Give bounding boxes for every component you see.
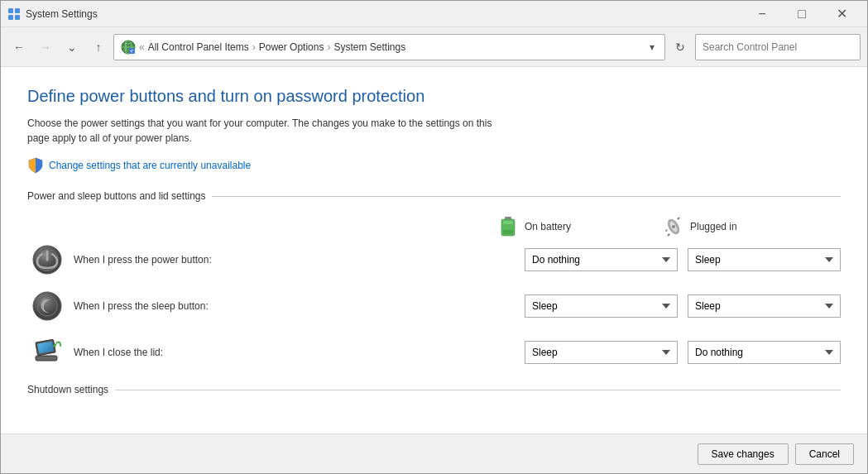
content-area: Define power buttons and turn on passwor… bbox=[1, 67, 867, 433]
plugged-column-header: Plugged in bbox=[662, 215, 827, 238]
maximize-button[interactable]: □ bbox=[783, 2, 821, 26]
plugged-column-label: Plugged in bbox=[690, 221, 737, 232]
power-button-icon bbox=[32, 245, 62, 275]
breadcrumb-1[interactable]: All Control Panel Items bbox=[148, 41, 249, 53]
power-icon-wrapper bbox=[27, 245, 67, 275]
footer: Save changes Cancel bbox=[1, 433, 867, 473]
svg-point-16 bbox=[672, 225, 675, 228]
svg-rect-3 bbox=[15, 15, 20, 20]
path-separator-2: › bbox=[252, 41, 256, 53]
control-panel-icon bbox=[121, 40, 136, 55]
breadcrumb-2[interactable]: Power Options bbox=[259, 41, 324, 53]
svg-rect-13 bbox=[503, 221, 513, 224]
change-settings-link[interactable]: Change settings that are currently unava… bbox=[27, 157, 841, 174]
path-separator-3: › bbox=[327, 41, 330, 53]
description: Choose the power settings that you want … bbox=[27, 116, 623, 146]
path-separator-1: « bbox=[139, 41, 145, 53]
description-line-2: page apply to all of your power plans. bbox=[27, 132, 192, 144]
power-button-dropdowns: Do nothing Sleep Hibernate Shut down Tur… bbox=[525, 248, 841, 271]
settings-table: When I press the power button: Do nothin… bbox=[27, 245, 841, 367]
sleep-button-plugged-dropdown[interactable]: Do nothing Sleep Hibernate Shut down bbox=[688, 294, 841, 318]
shutdown-section-header: Shutdown settings bbox=[27, 384, 841, 395]
svg-rect-2 bbox=[8, 15, 13, 20]
power-sleep-label: Power and sleep buttons and lid settings bbox=[27, 190, 205, 202]
cancel-button[interactable]: Cancel bbox=[795, 443, 854, 465]
change-settings-text: Change settings that are currently unava… bbox=[49, 160, 251, 171]
power-button-plugged-dropdown[interactable]: Do nothing Sleep Hibernate Shut down Tur… bbox=[688, 248, 841, 271]
search-input[interactable] bbox=[703, 41, 853, 53]
svg-rect-10 bbox=[505, 217, 511, 219]
sleep-button-label: When I press the sleep button: bbox=[67, 300, 525, 312]
title-bar: System Settings − □ ✕ bbox=[1, 1, 867, 27]
lid-plugged-dropdown[interactable]: Do nothing Sleep Hibernate Shut down bbox=[688, 341, 841, 364]
sleep-button-icon bbox=[32, 291, 62, 321]
sleep-button-row: When I press the sleep button: Do nothin… bbox=[27, 291, 841, 321]
lid-dropdowns: Do nothing Sleep Hibernate Shut down Do … bbox=[525, 341, 841, 364]
window-title: System Settings bbox=[26, 8, 98, 20]
save-changes-button[interactable]: Save changes bbox=[698, 443, 789, 465]
svg-rect-23 bbox=[36, 356, 57, 361]
battery-column-label: On battery bbox=[525, 221, 571, 232]
power-sleep-section-header: Power and sleep buttons and lid settings bbox=[27, 190, 841, 202]
power-button-battery-dropdown[interactable]: Do nothing Sleep Hibernate Shut down Tur… bbox=[525, 248, 678, 271]
refresh-button[interactable]: ↻ bbox=[669, 36, 692, 59]
power-button-row: When I press the power button: Do nothin… bbox=[27, 245, 841, 275]
address-path: « All Control Panel Items › Power Option… bbox=[113, 34, 665, 60]
lid-icon-wrapper bbox=[27, 338, 67, 367]
svg-rect-0 bbox=[8, 8, 13, 13]
description-line-1: Choose the power settings that you want … bbox=[27, 117, 492, 129]
minimize-button[interactable]: − bbox=[743, 2, 781, 26]
path-dropdown-button[interactable]: ▾ bbox=[646, 40, 658, 55]
svg-rect-1 bbox=[15, 8, 20, 13]
battery-icon bbox=[496, 215, 520, 238]
up-button[interactable]: ↑ bbox=[87, 36, 110, 59]
lid-row: When I close the lid: Do nothing Sleep H… bbox=[27, 338, 841, 367]
breadcrumb-3[interactable]: System Settings bbox=[333, 41, 405, 53]
page-title: Define power buttons and turn on passwor… bbox=[27, 87, 841, 106]
sleep-icon-wrapper bbox=[27, 291, 67, 321]
lid-battery-dropdown[interactable]: Do nothing Sleep Hibernate Shut down bbox=[525, 341, 678, 364]
forward-button[interactable]: → bbox=[34, 36, 57, 59]
close-button[interactable]: ✕ bbox=[822, 2, 861, 26]
svg-rect-12 bbox=[503, 230, 513, 234]
main-window: System Settings − □ ✕ ← → ⌄ ↑ bbox=[0, 0, 868, 474]
sleep-button-battery-dropdown[interactable]: Do nothing Sleep Hibernate Shut down bbox=[525, 294, 678, 318]
plugged-icon bbox=[662, 215, 685, 238]
lid-icon bbox=[32, 338, 62, 367]
lid-label: When I close the lid: bbox=[67, 347, 525, 358]
uac-shield-icon bbox=[27, 157, 44, 174]
title-bar-left: System Settings bbox=[7, 7, 98, 21]
up-list-button[interactable]: ⌄ bbox=[60, 36, 84, 59]
column-headers: On battery Plugged in bbox=[27, 215, 841, 238]
sleep-button-dropdowns: Do nothing Sleep Hibernate Shut down Do … bbox=[525, 294, 841, 318]
power-button-label: When I press the power button: bbox=[67, 254, 525, 266]
search-box bbox=[695, 34, 861, 60]
shutdown-label: Shutdown settings bbox=[27, 384, 108, 395]
address-bar: ← → ⌄ ↑ « All Control Panel Items › Powe… bbox=[1, 27, 867, 67]
window-icon bbox=[7, 7, 21, 21]
title-bar-controls: − □ ✕ bbox=[743, 2, 861, 26]
battery-column-header: On battery bbox=[496, 215, 662, 238]
back-button[interactable]: ← bbox=[7, 36, 31, 59]
